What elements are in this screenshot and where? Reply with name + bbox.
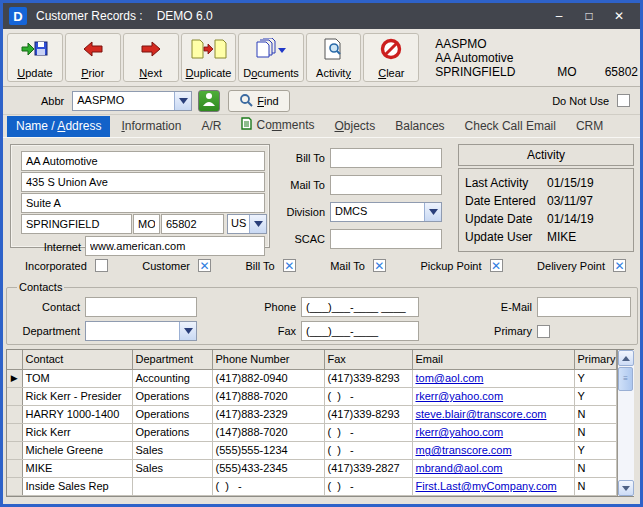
email-field[interactable] <box>537 297 631 317</box>
primary-checkbox[interactable] <box>537 325 550 338</box>
cell-primary[interactable]: N <box>574 423 616 441</box>
table-row[interactable]: HARRY 1000-1400 Operations (417)883-2329… <box>7 405 616 423</box>
documents-button[interactable]: Documents <box>238 33 303 82</box>
cell-fax[interactable]: ( ) - <box>324 477 412 495</box>
tab-crm[interactable]: CRM <box>567 116 612 137</box>
zip-field[interactable] <box>161 214 224 234</box>
update-button[interactable]: Update <box>7 33 63 82</box>
cell-department[interactable]: Sales <box>132 459 212 477</box>
cell-primary[interactable]: N <box>574 459 616 477</box>
state-field[interactable] <box>133 214 160 234</box>
cell-contact[interactable]: HARRY 1000-1400 <box>22 405 132 423</box>
city-field[interactable] <box>21 214 132 234</box>
row-indicator[interactable]: ▶ <box>7 369 22 387</box>
fax-field[interactable] <box>301 321 419 341</box>
country-combobox[interactable]: US <box>227 214 267 234</box>
cell-fax[interactable]: (417)339-8293 <box>324 405 412 423</box>
address-line2-field[interactable] <box>21 193 265 213</box>
address-line1-field[interactable] <box>21 172 265 192</box>
company-name-field[interactable] <box>21 151 265 171</box>
row-indicator[interactable] <box>7 405 22 423</box>
close-button[interactable]: ✕ <box>612 9 626 23</box>
tab-check-call-email[interactable]: Check Call Email <box>456 116 565 137</box>
pickup-point-checkbox[interactable] <box>490 259 503 272</box>
row-indicator[interactable] <box>7 387 22 405</box>
cell-phone[interactable]: (147)888-7020 <box>212 423 324 441</box>
abbr-combobox[interactable]: AASPMO <box>72 91 192 111</box>
cell-fax[interactable]: (417)339-8293 <box>324 369 412 387</box>
duplicate-button[interactable]: Duplicate <box>181 33 237 82</box>
minimize-button[interactable]: – <box>552 9 566 23</box>
cell-fax[interactable]: ( ) - <box>324 441 412 459</box>
cell-department[interactable]: Operations <box>132 405 212 423</box>
cell-primary[interactable]: Y <box>574 369 616 387</box>
bill-to-checkbox[interactable] <box>283 259 296 272</box>
country-dropdown-button[interactable] <box>249 215 266 233</box>
abbr-dropdown-button[interactable] <box>174 92 191 110</box>
row-indicator[interactable] <box>7 459 22 477</box>
cell-contact[interactable]: Inside Sales Rep <box>22 477 132 495</box>
clear-button[interactable]: Clear <box>363 33 419 82</box>
prior-button[interactable]: Prior <box>65 33 121 82</box>
division-combobox[interactable]: DMCS <box>330 202 442 222</box>
cell-phone[interactable]: ( ) - <box>212 477 324 495</box>
cell-phone[interactable]: (555)555-1234 <box>212 441 324 459</box>
cell-email-link[interactable]: rkerr@yahoo.com <box>412 387 574 405</box>
contact-lookup-button[interactable] <box>198 90 220 112</box>
table-row[interactable]: Rick Kerr - Presider Operations (417)888… <box>7 387 616 405</box>
cell-phone[interactable]: (417)882-0940 <box>212 369 324 387</box>
table-row[interactable]: ▶ TOM Accounting (417)882-0940 (417)339-… <box>7 369 616 387</box>
cell-department[interactable]: Accounting <box>132 369 212 387</box>
tab-information[interactable]: Information <box>112 116 190 137</box>
cell-fax[interactable]: ( ) - <box>324 387 412 405</box>
cell-department[interactable] <box>132 477 212 495</box>
customer-checkbox[interactable] <box>198 259 211 272</box>
cell-primary[interactable]: Y <box>574 441 616 459</box>
cell-fax[interactable]: (417)339-2827 <box>324 459 412 477</box>
vertical-scrollbar[interactable]: ≡ <box>617 350 634 496</box>
tab-objects[interactable]: Objects <box>326 116 385 137</box>
cell-email-link[interactable]: mg@transcore.com <box>412 441 574 459</box>
scac-field[interactable] <box>330 229 442 249</box>
row-indicator[interactable] <box>7 477 22 495</box>
cell-department[interactable]: Operations <box>132 387 212 405</box>
cell-email-link[interactable]: steve.blair@transcore.com <box>412 405 574 423</box>
cell-phone[interactable]: (555)433-2345 <box>212 459 324 477</box>
cell-email-link[interactable]: rkerr@yahoo.com <box>412 423 574 441</box>
tab-ar[interactable]: A/R <box>192 116 230 137</box>
scroll-up-button[interactable] <box>618 350 634 366</box>
incorporated-checkbox[interactable] <box>95 259 108 272</box>
cell-email-link[interactable]: mbrand@aol.com <box>412 459 574 477</box>
table-row[interactable]: Michele Greene Sales (555)555-1234 ( ) -… <box>7 441 616 459</box>
cell-contact[interactable]: Michele Greene <box>22 441 132 459</box>
contact-field[interactable] <box>85 297 197 317</box>
do-not-use-checkbox[interactable] <box>617 94 630 107</box>
table-row[interactable]: Rick Kerr Operations (147)888-7020 ( ) -… <box>7 423 616 441</box>
cell-fax[interactable]: ( ) - <box>324 423 412 441</box>
cell-email-link[interactable]: First.Last@myCompany.com <box>412 477 574 495</box>
row-indicator[interactable] <box>7 423 22 441</box>
cell-department[interactable]: Operations <box>132 423 212 441</box>
tab-balances[interactable]: Balances <box>386 116 453 137</box>
tab-name-address[interactable]: Name / Address <box>7 116 110 137</box>
scrollbar-thumb[interactable]: ≡ <box>618 367 633 391</box>
cell-phone[interactable]: (417)883-2329 <box>212 405 324 423</box>
division-dropdown-button[interactable] <box>424 203 441 221</box>
cell-contact[interactable]: MIKE <box>22 459 132 477</box>
department-combobox[interactable] <box>85 321 197 341</box>
mail-to-field[interactable] <box>330 175 442 195</box>
cell-contact[interactable]: Rick Kerr <box>22 423 132 441</box>
row-indicator[interactable] <box>7 441 22 459</box>
phone-field[interactable] <box>301 297 419 317</box>
column-header-contact[interactable]: Contact <box>22 350 132 369</box>
mail-to-checkbox[interactable] <box>373 259 386 272</box>
table-row[interactable]: MIKE Sales (555)433-2345 (417)339-2827 m… <box>7 459 616 477</box>
table-row[interactable]: Inside Sales Rep ( ) - ( ) - First.Last@… <box>7 477 616 495</box>
column-header-primary[interactable]: Primary <box>574 350 616 369</box>
cell-primary[interactable]: N <box>574 405 616 423</box>
cell-primary[interactable]: Y <box>574 387 616 405</box>
find-button[interactable]: Find <box>228 90 289 112</box>
cell-email-link[interactable]: tom@aol.com <box>412 369 574 387</box>
activity-button[interactable]: Activity <box>306 33 362 82</box>
delivery-point-checkbox[interactable] <box>613 259 626 272</box>
